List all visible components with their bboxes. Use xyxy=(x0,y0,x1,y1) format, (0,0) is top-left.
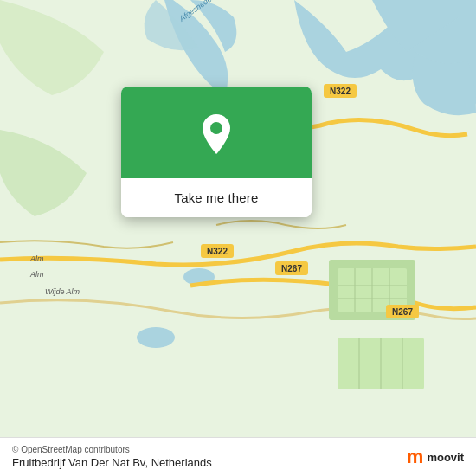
popup-card: Take me there xyxy=(121,87,312,217)
svg-text:N267: N267 xyxy=(392,307,413,317)
svg-point-2 xyxy=(137,327,175,348)
svg-text:Wijde Alm: Wijde Alm xyxy=(45,287,80,296)
moovit-m-icon: m xyxy=(407,446,424,468)
bottom-bar: © OpenStreetMap contributors Fruitbedrij… xyxy=(0,437,476,476)
svg-text:Alm: Alm xyxy=(29,254,44,263)
map-container: N322 N322 N322 N267 N267 Alm Alm Wijde A… xyxy=(0,0,476,476)
location-name: Fruitbedrijf Van Der Nat Bv, Netherlands xyxy=(12,456,212,469)
osm-attribution: © OpenStreetMap contributors xyxy=(12,445,212,454)
location-pin-icon xyxy=(193,111,240,158)
take-me-there-button[interactable]: Take me there xyxy=(121,178,312,217)
bottom-left: © OpenStreetMap contributors Fruitbedrij… xyxy=(12,445,212,469)
svg-text:N322: N322 xyxy=(207,247,228,256)
popup-green-area xyxy=(121,87,312,178)
moovit-label: moovit xyxy=(427,451,464,464)
svg-text:N322: N322 xyxy=(330,87,351,96)
svg-text:N267: N267 xyxy=(281,264,302,273)
svg-text:Alm: Alm xyxy=(29,270,44,279)
svg-point-28 xyxy=(210,122,222,134)
moovit-logo[interactable]: m moovit xyxy=(407,446,464,468)
map-svg: N322 N322 N322 N267 N267 Alm Alm Wijde A… xyxy=(0,0,476,476)
